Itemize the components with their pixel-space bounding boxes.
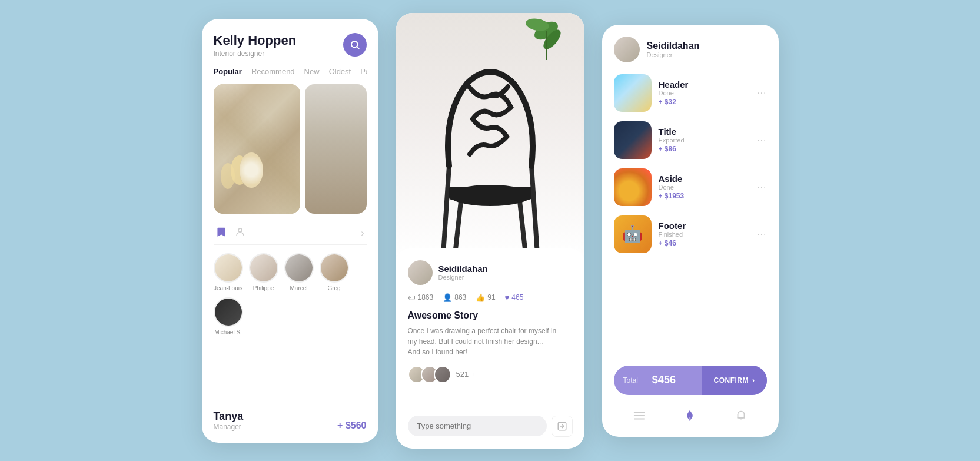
stat-bookmarks: 🏷 1863 (408, 293, 434, 302)
robot-icon: 🤖 (622, 224, 643, 244)
project-item-title: Title Exported + $86 ··· (614, 121, 767, 159)
project-name-title: Title (659, 127, 750, 137)
avatar-name-michael: Michael S. (214, 329, 242, 336)
avatar-greg[interactable]: Greg (320, 253, 349, 291)
flame-nav-icon[interactable] (683, 409, 696, 425)
chair-svg (414, 37, 567, 260)
bookmark-icon[interactable] (216, 227, 227, 240)
project-price-header: + $32 (659, 98, 750, 106)
avatar-name-greg: Greg (327, 285, 340, 291)
confirm-chevron-icon: › (752, 376, 755, 384)
stat-likes: 👍 91 (476, 293, 495, 302)
avatar-philippe[interactable]: Philippe (249, 253, 278, 291)
person-stat-icon: 👤 (443, 293, 452, 302)
project-status-aside: Done (659, 184, 750, 191)
person-icon[interactable] (235, 227, 245, 240)
project-status-header: Done (659, 89, 750, 97)
project-price-title: + $86 (659, 145, 750, 153)
manager-role: Manager (214, 423, 244, 431)
svg-rect-12 (449, 187, 531, 200)
card3-user-info: Seidildahan Designer (647, 41, 700, 58)
card3-role: Designer (647, 51, 700, 58)
project-name-header: Header (659, 79, 750, 89)
like-count: 91 (487, 293, 495, 301)
total-amount: $456 (647, 374, 702, 386)
heart-count: 465 (511, 293, 523, 301)
tab-recommend[interactable]: Recommend (251, 67, 295, 76)
project-info-title: Title Exported + $86 (659, 127, 750, 153)
comment-input-row (408, 416, 573, 437)
story-body: Once I was drawing a perfect chair for m… (408, 326, 573, 357)
avatar-marcel[interactable]: Marcel (284, 253, 314, 291)
story-title: Awesome Story (408, 310, 573, 321)
project-item-header: Header Done + $32 ··· (614, 74, 767, 112)
gallery-images (214, 84, 367, 214)
search-button[interactable] (343, 33, 367, 57)
heart-stat-icon: ♥ (505, 293, 510, 302)
project-price-footer: + $46 (659, 239, 750, 247)
project-list: Header Done + $32 ··· Title Exported + $… (614, 74, 767, 356)
filter-tabs: Popular Recommend New Oldest People (214, 67, 367, 76)
bookmark-stat-icon: 🏷 (408, 293, 416, 302)
chair-image (396, 13, 584, 260)
manager-price[interactable]: + $560 (337, 420, 366, 431)
tab-people[interactable]: People (360, 67, 366, 76)
send-button[interactable] (552, 416, 573, 437)
avatar-jean-louis[interactable]: Jean-Louis (214, 253, 243, 291)
card3-header: Seidildahan Designer (614, 37, 767, 62)
project-thumb-aside (614, 168, 652, 206)
project-status-footer: Finished (659, 231, 750, 238)
card-chair-story: Seidildahan Designer 🏷 1863 👤 863 👍 91 ♥… (396, 13, 584, 449)
action-icons-group (216, 227, 245, 240)
bell-nav-icon[interactable] (735, 409, 748, 425)
card-interior-designer: Kelly Hoppen Interior designer Popular R… (202, 19, 378, 443)
project-info-footer: Footer Finished + $46 (659, 221, 750, 247)
svg-line-8 (531, 166, 537, 254)
project-menu-footer[interactable]: ··· (757, 229, 766, 240)
project-menu-aside[interactable]: ··· (757, 182, 766, 193)
commenter-avatar-3 (434, 366, 451, 383)
bottom-nav (614, 403, 767, 425)
card3-user-avatar (614, 37, 640, 62)
total-confirm-button[interactable]: Total $456 CONFIRM › (614, 366, 767, 395)
stat-hearts: ♥ 465 (505, 293, 524, 302)
svg-line-9 (455, 201, 461, 254)
comment-count: 521 + (456, 370, 476, 379)
card2-user: Seidildahan Designer (408, 260, 573, 285)
card1-footer: Tanya Manager + $560 (214, 410, 367, 431)
confirm-label: CONFIRM (714, 376, 749, 384)
side-gallery-image[interactable] (305, 84, 367, 214)
tab-new[interactable]: New (304, 67, 320, 76)
tab-oldest[interactable]: Oldest (329, 67, 351, 76)
thumb-stat-icon: 👍 (476, 293, 485, 302)
comment-row: 521 + (408, 366, 573, 383)
project-thumb-title (614, 121, 652, 159)
project-price-aside: + $1953 (659, 192, 750, 200)
avatar-name-marcel: Marcel (290, 285, 307, 291)
project-item-footer: 🤖 Footer Finished + $46 ··· (614, 215, 767, 253)
designer-role: Interior designer (214, 49, 297, 58)
project-menu-title[interactable]: ··· (757, 135, 766, 145)
follower-count: 863 (454, 293, 466, 301)
project-info-header: Header Done + $32 (659, 79, 750, 106)
bookmark-count: 1863 (418, 293, 434, 301)
commenter-avatars (408, 366, 451, 383)
confirm-button[interactable]: CONFIRM › (702, 366, 767, 395)
avatar-name-philippe: Philippe (253, 285, 274, 291)
card1-header: Kelly Hoppen Interior designer (214, 33, 367, 58)
stat-followers: 👤 863 (443, 293, 466, 302)
project-menu-header[interactable]: ··· (757, 88, 766, 98)
tab-popular[interactable]: Popular (214, 67, 242, 76)
menu-nav-icon[interactable] (633, 409, 646, 425)
main-gallery-image[interactable] (214, 84, 300, 214)
card2-user-avatar (408, 260, 433, 285)
card2-username: Seidildahan (438, 264, 488, 274)
total-label: Total (614, 376, 647, 384)
comment-input[interactable] (408, 416, 547, 436)
avatar-michael[interactable]: Michael S. (214, 297, 243, 336)
chevron-right-icon[interactable]: › (361, 228, 364, 238)
manager-name: Tanya (214, 410, 244, 423)
designer-name: Kelly Hoppen (214, 33, 297, 48)
svg-line-10 (520, 201, 526, 254)
card1-title-block: Kelly Hoppen Interior designer (214, 33, 297, 58)
